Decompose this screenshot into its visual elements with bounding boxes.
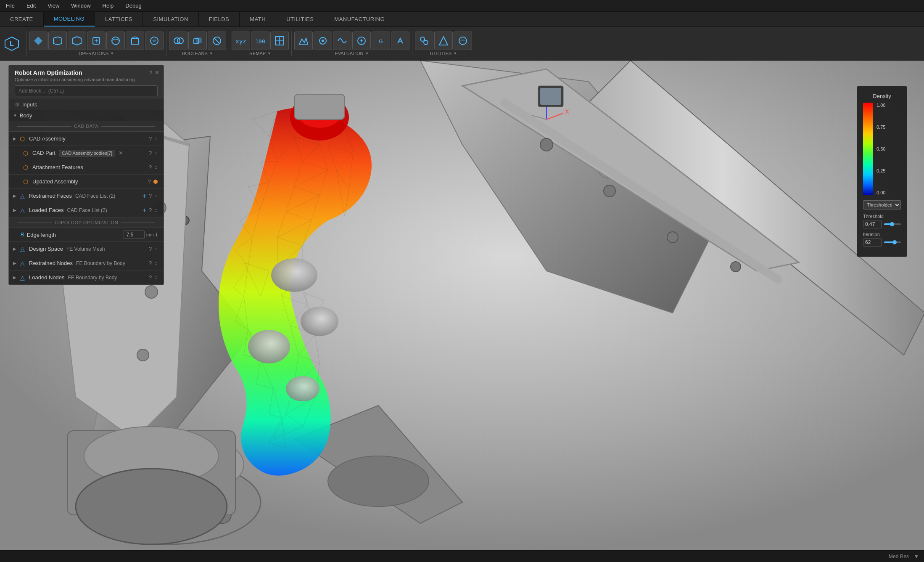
cad-part-icon: ⬡ bbox=[21, 149, 30, 157]
updated-assembly-help[interactable]: ? bbox=[148, 178, 151, 185]
panel-close-icon[interactable]: ✕ bbox=[155, 69, 159, 76]
loaded-faces-actions: + ? ○ bbox=[143, 207, 158, 214]
loaded-faces-settings[interactable]: ○ bbox=[154, 207, 158, 213]
attachment-features-settings[interactable]: ○ bbox=[154, 164, 158, 170]
updated-assembly-spacer bbox=[15, 178, 21, 185]
tab-utilities[interactable]: UTILITIES bbox=[276, 12, 324, 27]
updated-assembly-item[interactable]: ⬡ Updated Assembly ? bbox=[9, 175, 164, 189]
tb-bool-2[interactable] bbox=[188, 32, 207, 50]
loaded-nodes-help[interactable]: ? bbox=[149, 274, 152, 281]
menu-view[interactable]: View bbox=[45, 2, 62, 10]
tb-btn-5[interactable] bbox=[106, 32, 125, 50]
cad-part-close[interactable]: ✕ bbox=[119, 150, 123, 156]
restrained-faces-arrow[interactable]: ▶ bbox=[11, 193, 18, 199]
threshold-value[interactable] bbox=[863, 220, 882, 228]
resolution-dropdown[interactable]: ▼ bbox=[914, 554, 919, 559]
tb-eval-5[interactable]: G bbox=[372, 32, 390, 50]
body-expand-arrow[interactable]: ▼ bbox=[13, 113, 17, 118]
menu-edit[interactable]: Edit bbox=[24, 2, 38, 10]
tb-btn-7[interactable] bbox=[145, 32, 164, 50]
restrained-faces-item[interactable]: ▶ △ Restrained Faces CAD Face List (2) +… bbox=[9, 189, 164, 203]
tab-simulation[interactable]: SIMULATION bbox=[143, 12, 199, 27]
utilities-label[interactable]: UTILITIES ▼ bbox=[430, 51, 457, 56]
loaded-nodes-arrow[interactable]: ▶ bbox=[11, 274, 18, 281]
panel-info-icon[interactable]: ? bbox=[149, 69, 152, 76]
iteration-value[interactable] bbox=[863, 238, 882, 247]
tb-bool-1[interactable] bbox=[169, 32, 187, 50]
design-space-help[interactable]: ? bbox=[149, 246, 152, 252]
tb-eval-2[interactable] bbox=[314, 32, 332, 50]
menu-window[interactable]: Window bbox=[69, 2, 93, 10]
svg-point-15 bbox=[322, 40, 324, 42]
loaded-nodes-label: Loaded Nodes bbox=[29, 274, 65, 281]
design-space-settings[interactable]: ○ bbox=[154, 246, 158, 252]
restrained-nodes-settings[interactable]: ○ bbox=[154, 260, 158, 266]
tab-lattices[interactable]: LATTICES bbox=[95, 12, 143, 27]
loaded-faces-add[interactable]: + bbox=[143, 207, 146, 214]
cad-part-help[interactable]: ? bbox=[149, 150, 152, 156]
tb-eval-4[interactable] bbox=[352, 32, 371, 50]
tb-btn-4[interactable] bbox=[87, 32, 106, 50]
tb-btn-3[interactable] bbox=[68, 32, 86, 50]
cad-assembly-item[interactable]: ▶ ⬡ CAD Assembly ? ○ bbox=[9, 132, 164, 146]
tab-math[interactable]: MATH bbox=[240, 12, 276, 27]
cad-assembly-arrow[interactable]: ▶ bbox=[11, 135, 18, 142]
tb-eval-6[interactable] bbox=[391, 32, 409, 50]
cad-part-item[interactable]: ⬡ CAD Part CAD Assembly.bodies[7] ✕ ? ○ bbox=[9, 146, 164, 160]
tb-util-2[interactable] bbox=[434, 32, 453, 50]
attachment-features-help[interactable]: ? bbox=[149, 164, 152, 170]
restrained-nodes-item[interactable]: ▶ △ Restrained Nodes FE Boundary by Body… bbox=[9, 256, 164, 270]
loaded-nodes-item[interactable]: ▶ △ Loaded Nodes FE Boundary by Body ? ○ bbox=[9, 270, 164, 285]
tab-create[interactable]: CREATE bbox=[0, 12, 44, 27]
toolbar-sep-4 bbox=[412, 31, 412, 56]
loaded-faces-item[interactable]: ▶ △ Loaded Faces CAD Face List (2) + ? ○ bbox=[9, 203, 164, 217]
loaded-faces-help[interactable]: ? bbox=[149, 207, 152, 213]
loaded-faces-arrow[interactable]: ▶ bbox=[11, 207, 18, 214]
cad-part-value: CAD Assembly.bodies[7] ✕ bbox=[59, 150, 123, 156]
cad-assembly-help[interactable]: ? bbox=[149, 135, 152, 142]
add-block-input[interactable] bbox=[15, 85, 158, 96]
menu-file[interactable]: File bbox=[3, 2, 17, 10]
tb-btn-1[interactable] bbox=[29, 32, 48, 50]
tb-util-1[interactable] bbox=[415, 32, 433, 50]
svg-rect-8 bbox=[196, 38, 201, 43]
edge-length-info[interactable]: ℹ bbox=[156, 232, 158, 238]
restrained-nodes-help[interactable]: ? bbox=[149, 260, 152, 266]
booleans-label[interactable]: BOOLEANS ▼ bbox=[182, 51, 213, 56]
tab-manufacturing[interactable]: MANUFACTURING bbox=[324, 12, 395, 27]
svg-point-144 bbox=[137, 349, 149, 361]
restrained-nodes-value: FE Boundary by Body bbox=[76, 260, 125, 266]
loaded-nodes-settings[interactable]: ○ bbox=[154, 274, 158, 281]
restrained-faces-help[interactable]: ? bbox=[149, 193, 152, 199]
body-label: Body bbox=[20, 112, 32, 119]
tb-eval-1[interactable] bbox=[294, 32, 313, 50]
tb-util-3[interactable] bbox=[454, 32, 472, 50]
design-space-item[interactable]: ▶ △ Design Space FE Volume Mesh ? ○ bbox=[9, 242, 164, 256]
tab-modeling[interactable]: MODELING bbox=[44, 12, 95, 27]
cad-assembly-settings[interactable]: ○ bbox=[154, 135, 158, 142]
cad-part-settings[interactable]: ○ bbox=[154, 150, 158, 156]
threshold-slider[interactable] bbox=[884, 223, 901, 225]
design-space-arrow[interactable]: ▶ bbox=[11, 246, 18, 252]
evaluation-label[interactable]: EVALUATION ▼ bbox=[335, 51, 369, 56]
restrained-faces-settings[interactable]: ○ bbox=[154, 193, 158, 199]
menu-help[interactable]: Help bbox=[100, 2, 116, 10]
edge-length-unit: mm bbox=[146, 232, 154, 237]
tb-btn-2[interactable] bbox=[48, 32, 67, 50]
edge-length-input[interactable] bbox=[124, 231, 145, 239]
restrained-faces-add[interactable]: + bbox=[143, 192, 146, 200]
tb-bool-3[interactable] bbox=[208, 32, 226, 50]
attachment-features-item[interactable]: ⬡ Attachment Features ? ○ bbox=[9, 160, 164, 175]
tab-fields[interactable]: FIELDS bbox=[199, 12, 240, 27]
operations-label[interactable]: OPERATIONS ▼ bbox=[79, 51, 114, 56]
iteration-slider[interactable] bbox=[884, 241, 901, 243]
density-mode-select[interactable]: Thresholded el... bbox=[863, 200, 901, 209]
remap-label[interactable]: REMAP ▼ bbox=[249, 51, 271, 56]
tb-remap-3[interactable] bbox=[270, 32, 289, 50]
tb-remap-2[interactable]: 100 bbox=[251, 32, 269, 50]
tb-eval-3[interactable] bbox=[333, 32, 351, 50]
menu-debug[interactable]: Debug bbox=[123, 2, 144, 10]
tb-remap-1[interactable]: xyz bbox=[232, 32, 250, 50]
restrained-nodes-arrow[interactable]: ▶ bbox=[11, 260, 18, 267]
tb-btn-6[interactable] bbox=[126, 32, 144, 50]
